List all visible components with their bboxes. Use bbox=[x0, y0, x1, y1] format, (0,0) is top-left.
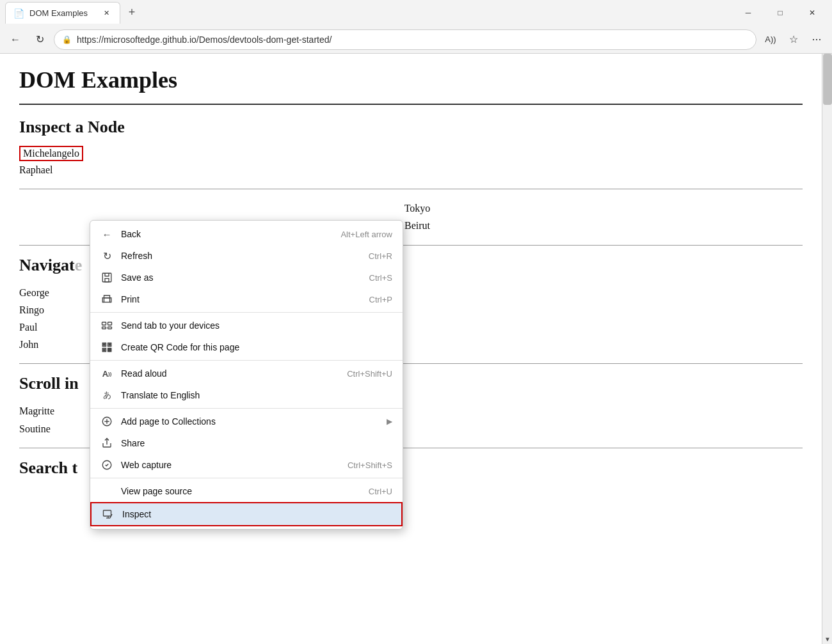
svg-rect-13 bbox=[108, 349, 109, 350]
tab-close-button[interactable]: ✕ bbox=[100, 8, 112, 19]
section-divider-1 bbox=[19, 189, 803, 189]
page-content: DOM Examples Inspect a Node Michelangelo… bbox=[0, 54, 832, 644]
page-divider bbox=[19, 104, 803, 105]
svg-rect-15 bbox=[108, 350, 109, 352]
qr-icon bbox=[100, 341, 113, 354]
svg-rect-8 bbox=[104, 344, 105, 345]
minimize-button[interactable]: ─ bbox=[733, 3, 763, 22]
menu-shortcut-refresh: Ctrl+R bbox=[369, 251, 392, 261]
menu-label-read-aloud: Read aloud bbox=[121, 368, 339, 379]
menu-label-qr: Create QR Code for this page bbox=[121, 342, 392, 352]
address-bar[interactable]: 🔒 https://microsoftedge.github.io/Demos/… bbox=[54, 29, 756, 50]
url-text: https://microsoftedge.github.io/Demos/de… bbox=[77, 35, 748, 45]
scrollbar[interactable]: ▲ ▼ bbox=[822, 54, 832, 644]
menu-divider-1 bbox=[90, 312, 403, 313]
svg-rect-1 bbox=[105, 279, 109, 282]
print-icon bbox=[100, 293, 113, 306]
menu-shortcut-read-aloud: Ctrl+Shift+U bbox=[347, 369, 392, 379]
collections-icon bbox=[100, 415, 113, 428]
svg-rect-10 bbox=[109, 344, 110, 345]
menu-label-print: Print bbox=[121, 294, 362, 304]
menu-shortcut-print: Ctrl+P bbox=[369, 295, 392, 304]
page-title: DOM Examples bbox=[19, 67, 803, 93]
inspect-items: Michelangelo Raphael bbox=[19, 146, 803, 178]
tab-title: DOM Examples bbox=[29, 8, 88, 18]
menu-item-share[interactable]: Share bbox=[90, 432, 403, 454]
lock-icon: 🔒 bbox=[62, 35, 72, 44]
svg-rect-4 bbox=[108, 322, 112, 326]
title-bar: 📄 DOM Examples ✕ + ─ □ ✕ bbox=[0, 0, 832, 26]
translate-icon: あ bbox=[100, 389, 113, 402]
raphael-item: Raphael bbox=[19, 161, 803, 178]
svg-rect-12 bbox=[104, 349, 105, 350]
active-tab[interactable]: 📄 DOM Examples ✕ bbox=[5, 2, 120, 24]
tab-favicon: 📄 bbox=[13, 8, 24, 19]
toolbar-buttons: A)) ☆ ··· bbox=[760, 29, 827, 50]
web-capture-icon bbox=[100, 459, 113, 471]
svg-rect-2 bbox=[104, 298, 110, 302]
collections-arrow: ▶ bbox=[387, 417, 392, 426]
send-tab-icon bbox=[100, 319, 113, 332]
menu-item-read-aloud[interactable]: A)) Read aloud Ctrl+Shift+U bbox=[90, 363, 403, 384]
highlighted-michelangelo: Michelangelo bbox=[19, 146, 803, 161]
favorites-button[interactable]: ☆ bbox=[783, 29, 804, 50]
menu-label-refresh: Refresh bbox=[121, 251, 361, 261]
menu-item-inspect[interactable]: Inspect bbox=[90, 502, 403, 526]
close-button[interactable]: ✕ bbox=[797, 3, 827, 22]
menu-item-save-as[interactable]: Save as Ctrl+S bbox=[90, 267, 403, 288]
read-aloud-icon: A)) bbox=[100, 367, 113, 380]
menu-divider-3 bbox=[90, 408, 403, 409]
svg-rect-16 bbox=[110, 350, 111, 352]
menu-item-collections[interactable]: Add page to Collections ▶ bbox=[90, 411, 403, 432]
menu-divider-4 bbox=[90, 478, 403, 478]
back-icon: ← bbox=[100, 228, 113, 240]
menu-label-share: Share bbox=[121, 438, 392, 448]
refresh-button[interactable]: ↻ bbox=[29, 29, 50, 50]
maximize-button[interactable]: □ bbox=[765, 3, 795, 22]
save-as-icon bbox=[100, 271, 113, 284]
menu-divider-2 bbox=[90, 360, 403, 361]
refresh-icon: ↻ bbox=[100, 249, 113, 262]
menu-item-qr[interactable]: Create QR Code for this page bbox=[90, 336, 403, 358]
svg-rect-3 bbox=[102, 322, 106, 326]
svg-rect-6 bbox=[108, 327, 112, 329]
svg-rect-14 bbox=[110, 349, 111, 350]
svg-rect-22 bbox=[104, 510, 111, 516]
section-inspect-heading: Inspect a Node bbox=[19, 118, 803, 137]
address-bar-row: ← ↻ 🔒 https://microsoftedge.github.io/De… bbox=[0, 26, 832, 54]
share-icon bbox=[100, 437, 113, 450]
menu-item-refresh[interactable]: ↻ Refresh Ctrl+R bbox=[90, 245, 403, 267]
menu-shortcut-save-as: Ctrl+S bbox=[369, 273, 392, 283]
view-source-icon bbox=[100, 485, 113, 498]
scrollbar-thumb[interactable] bbox=[823, 54, 832, 105]
menu-shortcut-web-capture: Ctrl+Shift+S bbox=[348, 460, 392, 470]
menu-label-view-source: View page source bbox=[121, 486, 361, 496]
inspect-icon bbox=[102, 508, 115, 521]
svg-rect-5 bbox=[102, 327, 106, 329]
menu-label-translate: Translate to English bbox=[121, 390, 392, 400]
new-tab-button[interactable]: + bbox=[123, 3, 141, 21]
menu-shortcut-back: Alt+Left arrow bbox=[340, 230, 392, 239]
menu-item-translate[interactable]: あ Translate to English bbox=[90, 384, 403, 406]
window-controls: ─ □ ✕ bbox=[733, 3, 827, 22]
svg-rect-0 bbox=[102, 273, 111, 282]
menu-label-inspect: Inspect bbox=[122, 509, 391, 519]
tokyo-item: Tokyo bbox=[19, 200, 803, 217]
menu-item-print[interactable]: Print Ctrl+P bbox=[90, 288, 403, 310]
menu-label-send-tab: Send tab to your devices bbox=[121, 320, 392, 331]
menu-item-view-source[interactable]: View page source Ctrl+U bbox=[90, 480, 403, 502]
menu-shortcut-view-source: Ctrl+U bbox=[369, 487, 392, 496]
scroll-down-arrow[interactable]: ▼ bbox=[822, 634, 832, 644]
read-aloud-button[interactable]: A)) bbox=[760, 29, 781, 50]
menu-label-web-capture: Web capture bbox=[121, 460, 340, 470]
menu-item-send-tab[interactable]: Send tab to your devices bbox=[90, 315, 403, 336]
back-button[interactable]: ← bbox=[5, 29, 26, 50]
context-menu: ← Back Alt+Left arrow ↻ Refresh Ctrl+R S… bbox=[90, 220, 403, 530]
menu-label-collections: Add page to Collections bbox=[121, 416, 379, 427]
more-button[interactable]: ··· bbox=[806, 29, 827, 50]
menu-label-back: Back bbox=[121, 229, 333, 239]
menu-item-back[interactable]: ← Back Alt+Left arrow bbox=[90, 223, 403, 245]
menu-item-web-capture[interactable]: Web capture Ctrl+Shift+S bbox=[90, 454, 403, 476]
menu-label-save-as: Save as bbox=[121, 272, 362, 283]
michelangelo-item: Michelangelo bbox=[19, 146, 83, 161]
